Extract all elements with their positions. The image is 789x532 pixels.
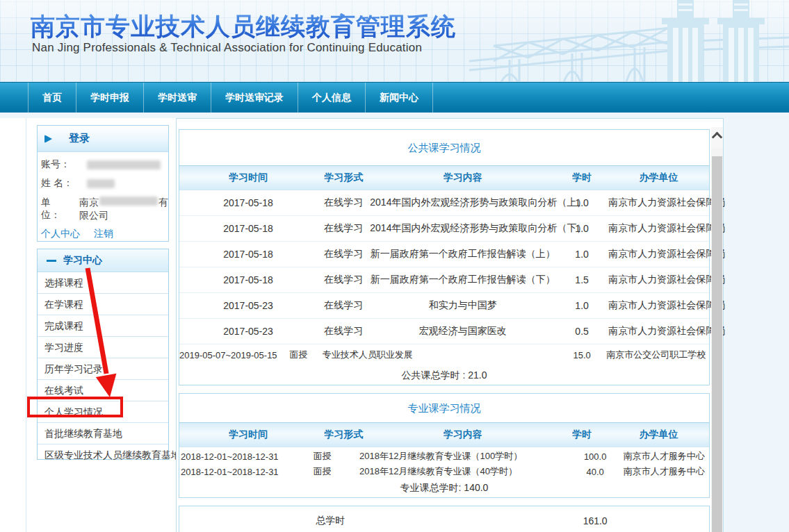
nav-menu: 首页学时申报学时送审学时送审记录个人信息新闻中心	[0, 82, 789, 113]
name-row: 姓 名：	[41, 177, 168, 190]
cell-content: 学习内容	[370, 429, 555, 441]
cell-hours: 1.0	[555, 300, 608, 311]
cell-unit: 南京市人力资源社会保障局	[608, 222, 709, 235]
arrow-right-icon	[44, 135, 52, 143]
public-courses-title: 公共课学习情况	[179, 130, 709, 165]
cell-unit: 南京市人力资源社会保障局	[608, 299, 709, 312]
cell-form: 面授	[285, 465, 359, 478]
cell-unit: 南京市人才服务中心	[619, 465, 709, 478]
page: 南京市专业技术人员继续教育管理系统 Nan Jing Professionals…	[0, 0, 789, 532]
nav-item[interactable]: 新闻中心	[366, 83, 433, 113]
cell-form: 在线学习	[317, 197, 370, 209]
site-subtitle: Nan Jing Professionals & Technical Assoc…	[32, 41, 422, 55]
cell-time: 2018-12-01~2018-12-31	[179, 467, 285, 477]
cell-hours: 1.0	[555, 223, 608, 234]
unit-value: 南京有 限公司	[79, 196, 168, 222]
unit-label: 单 位：	[41, 197, 67, 222]
cell-content: 2018年12月继续教育专业课（40学时）	[359, 465, 571, 478]
professional-courses-title: 专业课学习情况	[179, 394, 709, 422]
table-row: 2017-05-23在线学习宏观经济与国家医改0.5南京市人力资源社会保障局	[179, 318, 709, 344]
account-label: 账号：	[41, 158, 70, 171]
nav-item[interactable]: 学时送审记录	[211, 83, 298, 113]
sidebar-menu-item[interactable]: 首批继续教育基地	[38, 423, 168, 444]
cell-time: 学习时间	[179, 172, 317, 184]
main-content: 公共课学习情况 学习时间学习形式学习内容学时办学单位 2017-05-18在线学…	[176, 118, 724, 532]
cell-hours: 100.0	[571, 451, 619, 462]
cell-unit: 南京市人力资源社会保障局	[608, 325, 709, 338]
public-courses-panel: 公共课学习情况 学习时间学习形式学习内容学时办学单位 2017-05-18在线学…	[179, 129, 710, 385]
total-hours-value: 161.0	[481, 515, 709, 526]
cell-unit: 南京市人才服务中心	[619, 450, 709, 463]
redacted-unit-value	[99, 197, 158, 206]
cell-form: 在线学习	[317, 248, 370, 260]
cell-form: 在线学习	[317, 325, 370, 338]
account-row: 账号：	[41, 158, 168, 171]
total-hours-panel: 总学时 161.0	[179, 506, 710, 532]
total-hours-label: 总学时	[179, 515, 481, 527]
cell-content: 宏观经济与国家医改	[370, 325, 555, 338]
login-panel: 登录 账号： 姓 名： 单 位： 南京有 限公司 个人中心 注销	[37, 125, 169, 242]
cell-time: 2017-05-18	[179, 223, 317, 234]
collapse-dash-icon	[47, 260, 56, 262]
cell-time: 2018-12-01~2018-12-31	[179, 451, 285, 462]
cell-unit: 南京市人力资源社会保障局	[608, 274, 709, 286]
cell-unit: 办学单位	[608, 429, 709, 441]
nav-item[interactable]: 首页	[28, 83, 76, 113]
cell-hours: 15.0	[561, 350, 603, 360]
nav-item[interactable]: 个人信息	[298, 83, 366, 113]
nav-item[interactable]: 学时送审	[144, 83, 211, 113]
cell-content: 专业技术人员职业发展	[323, 349, 561, 361]
redacted-account-value	[87, 160, 161, 169]
logout-link[interactable]: 注销	[94, 228, 113, 239]
scrollbar[interactable]	[711, 127, 723, 532]
public-courses-rows: 2017-05-18在线学习2014年国内外宏观经济形势与政策取向分析（上）1.…	[179, 190, 709, 365]
cell-form: 在线学习	[317, 299, 370, 312]
cell-content: 和实力与中国梦	[370, 299, 555, 312]
cell-hours: 1.0	[555, 197, 608, 208]
unit-value-cut: 有	[158, 197, 168, 208]
cell-content: 新一届政府第一个政府工作报告解读（上）	[370, 248, 555, 260]
table-row: 2018-12-01~2018-12-31面授2018年12月继续教育专业课（1…	[179, 449, 709, 464]
unit-value-line2: 限公司	[79, 210, 108, 221]
cell-time: 2017-05-18	[179, 197, 317, 208]
public-courses-summary: 公共课总学时 : 21.0	[179, 365, 709, 385]
public-courses-table-header: 学习时间学习形式学习内容学时办学单位	[179, 165, 709, 190]
table-row: 2017-05-18在线学习2014年国内外宏观经济形势与政策取向分析（上）1.…	[179, 190, 709, 215]
cell-content: 学习内容	[370, 172, 555, 184]
header-banner: 南京市专业技术人员继续教育管理系统 Nan Jing Professionals…	[0, 0, 789, 82]
cell-hours: 学时	[555, 429, 608, 441]
table-row: 2017-05-18在线学习新一届政府第一个政府工作报告解读（下）1.5南京市人…	[179, 267, 709, 292]
cell-time: 2019-05-07~2019-05-15	[179, 350, 275, 360]
cell-form: 面授	[285, 450, 359, 463]
personal-center-link[interactable]: 个人中心	[41, 228, 80, 239]
professional-courses-rows: 2018-12-01~2018-12-31面授2018年12月继续教育专业课（1…	[179, 447, 709, 479]
scrollbar-up-button[interactable]	[711, 127, 723, 148]
annotation-arrow	[70, 264, 132, 403]
cell-form: 学习形式	[317, 429, 370, 441]
cell-hours: 0.5	[555, 326, 608, 337]
sidebar-menu-item[interactable]: 区级专业技术人员继续教育基地	[38, 444, 168, 465]
cell-unit: 办学单位	[608, 172, 709, 184]
cell-form: 面授	[275, 349, 323, 361]
bridge-illustration	[469, 0, 789, 82]
table-row: 2017-05-18在线学习2014年国内外宏观经济形势与政策取向分析（下）1.…	[179, 215, 709, 241]
professional-courses-panel: 专业课学习情况 学习时间学习形式学习内容学时办学单位 2018-12-01~20…	[179, 393, 710, 498]
cell-content: 新一届政府第一个政府工作报告解读（下）	[370, 274, 555, 286]
professional-courses-summary: 专业课总学时: 140.0	[179, 479, 709, 497]
cell-unit: 南京市人力资源社会保障局	[608, 248, 709, 260]
cell-form: 在线学习	[317, 222, 370, 235]
cell-time: 2017-05-23	[179, 326, 317, 337]
cell-content: 2014年国内外宏观经济形势与政策取向分析（下）	[370, 222, 555, 235]
login-panel-header: 登录	[38, 126, 168, 152]
cell-form: 在线学习	[317, 274, 370, 286]
table-row: 2017-05-18在线学习新一届政府第一个政府工作报告解读（上）1.0南京市人…	[179, 241, 709, 267]
table-row: 2018-12-01~2018-12-31面授2018年12月继续教育专业课（4…	[179, 464, 709, 479]
name-label: 姓 名：	[41, 177, 73, 190]
scrollbar-thumb[interactable]	[712, 156, 722, 532]
cell-hours: 1.0	[555, 249, 608, 260]
site-title: 南京市专业技术人员继续教育管理系统	[31, 10, 456, 43]
redacted-name-value	[87, 179, 115, 188]
cell-hours: 40.0	[571, 467, 619, 477]
nav-item[interactable]: 学时申报	[76, 83, 144, 113]
chevron-up-icon	[712, 132, 723, 143]
